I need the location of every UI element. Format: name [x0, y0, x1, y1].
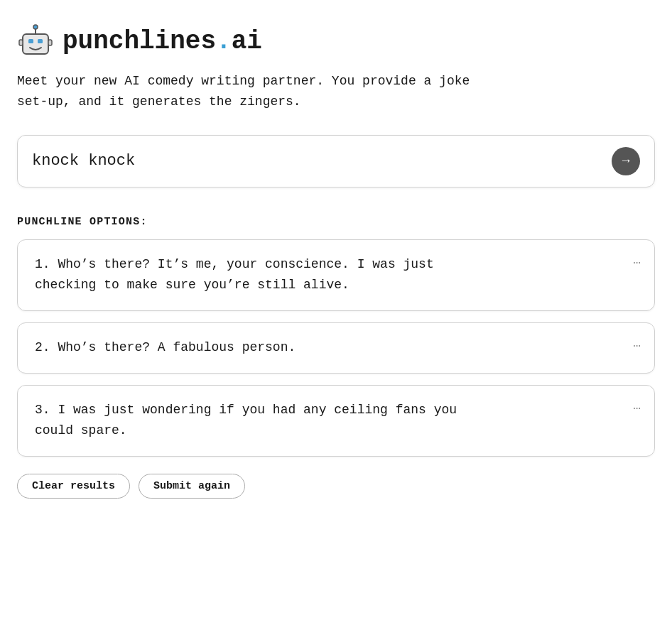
arrow-right-icon: → [619, 153, 632, 168]
site-title: punchlines.ai [63, 27, 262, 56]
punchline-card: 2. Who’s there? A fabulous person.… [17, 322, 655, 374]
punchline-more-button[interactable]: … [633, 253, 641, 267]
svg-point-4 [33, 25, 38, 29]
clear-results-button[interactable]: Clear results [17, 474, 130, 499]
punchline-more-button[interactable]: … [633, 336, 641, 350]
input-area: → [17, 135, 655, 187]
bottom-buttons: Clear results Submit again [17, 474, 655, 499]
joke-setup-input[interactable] [32, 152, 612, 170]
punchline-text: 2. Who’s there? A fabulous person. [35, 337, 637, 359]
submit-again-button[interactable]: Submit again [139, 474, 245, 499]
subtitle-text: Meet your new AI comedy writing partner.… [17, 71, 655, 112]
punchline-text: 3. I was just wondering if you had any c… [35, 400, 637, 442]
punchline-card: 1. Who’s there? It’s me, your conscience… [17, 239, 655, 311]
app-header: punchlines.ai [17, 23, 655, 60]
submit-button[interactable]: → [612, 147, 640, 175]
punchlines-list: 1. Who’s there? It’s me, your conscience… [17, 239, 655, 457]
svg-rect-2 [38, 39, 43, 43]
svg-rect-5 [19, 40, 23, 45]
punchline-text: 1. Who’s there? It’s me, your conscience… [35, 254, 637, 296]
section-label: PUNCHLINE OPTIONS: [17, 216, 655, 228]
punchline-more-button[interactable]: … [633, 398, 641, 413]
svg-rect-0 [23, 34, 48, 54]
svg-rect-6 [48, 40, 52, 45]
punchline-card: 3. I was just wondering if you had any c… [17, 385, 655, 457]
svg-rect-1 [28, 39, 33, 43]
robot-logo-icon [17, 23, 54, 60]
